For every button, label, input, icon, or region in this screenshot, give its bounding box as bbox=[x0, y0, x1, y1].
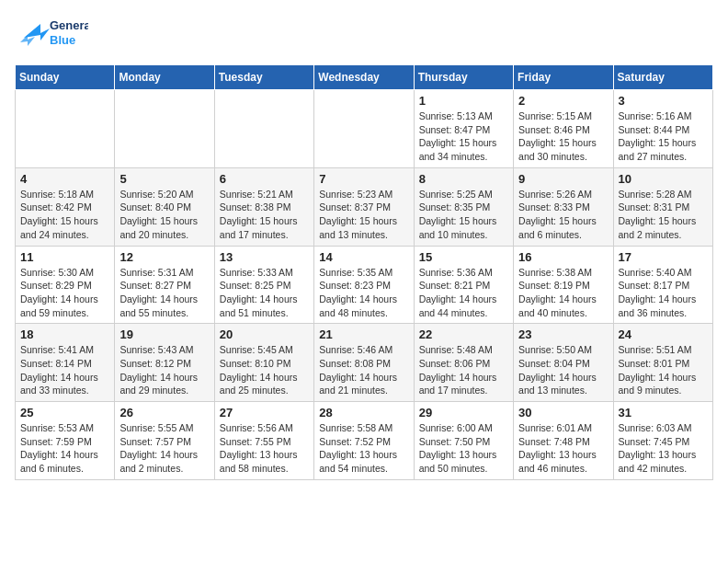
col-header-sunday: Sunday bbox=[16, 65, 115, 90]
calendar-cell: 17Sunrise: 5:40 AM Sunset: 8:17 PM Dayli… bbox=[613, 246, 712, 324]
day-info: Sunrise: 6:00 AM Sunset: 7:50 PM Dayligh… bbox=[419, 421, 508, 476]
day-info: Sunrise: 5:18 AM Sunset: 8:42 PM Dayligh… bbox=[20, 188, 109, 242]
day-info: Sunrise: 5:55 AM Sunset: 7:57 PM Dayligh… bbox=[119, 421, 209, 476]
calendar-cell: 3Sunrise: 5:16 AM Sunset: 8:44 PM Daylig… bbox=[613, 90, 712, 168]
day-info: Sunrise: 5:40 AM Sunset: 8:17 PM Dayligh… bbox=[619, 266, 708, 320]
day-info: Sunrise: 6:03 AM Sunset: 7:45 PM Dayligh… bbox=[619, 421, 708, 476]
day-number: 29 bbox=[419, 406, 508, 419]
day-number: 15 bbox=[419, 250, 508, 264]
day-number: 5 bbox=[119, 172, 209, 186]
calendar-cell bbox=[214, 90, 313, 168]
day-info: Sunrise: 5:15 AM Sunset: 8:46 PM Dayligh… bbox=[518, 109, 608, 164]
day-number: 13 bbox=[220, 250, 309, 264]
day-number: 3 bbox=[619, 94, 708, 108]
calendar-cell bbox=[314, 90, 414, 168]
day-number: 23 bbox=[518, 327, 608, 341]
calendar-cell: 15Sunrise: 5:36 AM Sunset: 8:21 PM Dayli… bbox=[414, 246, 513, 324]
day-number: 12 bbox=[119, 250, 209, 264]
day-number: 19 bbox=[119, 327, 209, 341]
day-info: Sunrise: 5:26 AM Sunset: 8:33 PM Dayligh… bbox=[518, 188, 608, 242]
day-info: Sunrise: 5:30 AM Sunset: 8:29 PM Dayligh… bbox=[20, 266, 109, 320]
day-info: Sunrise: 5:56 AM Sunset: 7:55 PM Dayligh… bbox=[220, 421, 309, 476]
svg-marker-3 bbox=[20, 35, 35, 46]
calendar-cell: 31Sunrise: 6:03 AM Sunset: 7:45 PM Dayli… bbox=[613, 402, 712, 480]
calendar-cell: 13Sunrise: 5:33 AM Sunset: 8:25 PM Dayli… bbox=[214, 246, 313, 324]
day-number: 1 bbox=[419, 94, 508, 108]
week-row-1: 1Sunrise: 5:13 AM Sunset: 8:47 PM Daylig… bbox=[16, 90, 713, 168]
col-header-tuesday: Tuesday bbox=[214, 65, 313, 90]
day-number: 4 bbox=[20, 172, 109, 186]
day-number: 17 bbox=[619, 250, 708, 264]
day-info: Sunrise: 5:28 AM Sunset: 8:31 PM Dayligh… bbox=[619, 188, 708, 242]
col-header-friday: Friday bbox=[514, 65, 613, 90]
day-number: 16 bbox=[518, 250, 608, 264]
day-info: Sunrise: 5:46 AM Sunset: 8:08 PM Dayligh… bbox=[319, 343, 408, 397]
calendar-cell: 2Sunrise: 5:15 AM Sunset: 8:46 PM Daylig… bbox=[514, 90, 613, 168]
day-info: Sunrise: 5:45 AM Sunset: 8:10 PM Dayligh… bbox=[220, 343, 309, 397]
calendar-cell: 5Sunrise: 5:20 AM Sunset: 8:40 PM Daylig… bbox=[115, 167, 214, 246]
day-number: 21 bbox=[319, 327, 408, 341]
week-row-3: 11Sunrise: 5:30 AM Sunset: 8:29 PM Dayli… bbox=[16, 246, 713, 324]
day-info: Sunrise: 5:50 AM Sunset: 8:04 PM Dayligh… bbox=[518, 343, 608, 397]
col-header-thursday: Thursday bbox=[414, 65, 513, 90]
day-info: Sunrise: 6:01 AM Sunset: 7:48 PM Dayligh… bbox=[518, 421, 608, 476]
day-info: Sunrise: 5:21 AM Sunset: 8:38 PM Dayligh… bbox=[220, 188, 309, 242]
day-info: Sunrise: 5:41 AM Sunset: 8:14 PM Dayligh… bbox=[20, 343, 109, 397]
day-number: 27 bbox=[220, 406, 309, 419]
calendar-cell: 20Sunrise: 5:45 AM Sunset: 8:10 PM Dayli… bbox=[214, 324, 313, 402]
calendar-cell: 29Sunrise: 6:00 AM Sunset: 7:50 PM Dayli… bbox=[414, 402, 513, 480]
calendar-cell: 7Sunrise: 5:23 AM Sunset: 8:37 PM Daylig… bbox=[314, 167, 414, 246]
day-number: 31 bbox=[619, 406, 708, 419]
svg-text:Blue: Blue bbox=[50, 33, 75, 47]
week-row-2: 4Sunrise: 5:18 AM Sunset: 8:42 PM Daylig… bbox=[16, 167, 713, 246]
day-number: 18 bbox=[20, 327, 109, 341]
day-info: Sunrise: 5:51 AM Sunset: 8:01 PM Dayligh… bbox=[619, 343, 708, 397]
calendar-cell: 14Sunrise: 5:35 AM Sunset: 8:23 PM Dayli… bbox=[314, 246, 414, 324]
calendar-cell: 23Sunrise: 5:50 AM Sunset: 8:04 PM Dayli… bbox=[514, 324, 613, 402]
calendar-cell: 27Sunrise: 5:56 AM Sunset: 7:55 PM Dayli… bbox=[214, 402, 313, 480]
calendar-cell: 24Sunrise: 5:51 AM Sunset: 8:01 PM Dayli… bbox=[613, 324, 712, 402]
page-header: General Blue bbox=[15, 15, 713, 53]
calendar-cell: 4Sunrise: 5:18 AM Sunset: 8:42 PM Daylig… bbox=[16, 167, 115, 246]
calendar-cell: 21Sunrise: 5:46 AM Sunset: 8:08 PM Dayli… bbox=[314, 324, 414, 402]
day-number: 22 bbox=[419, 327, 508, 341]
calendar-cell bbox=[16, 90, 115, 168]
week-row-4: 18Sunrise: 5:41 AM Sunset: 8:14 PM Dayli… bbox=[16, 324, 713, 402]
day-number: 28 bbox=[319, 406, 408, 419]
day-info: Sunrise: 5:13 AM Sunset: 8:47 PM Dayligh… bbox=[419, 109, 508, 164]
svg-text:General: General bbox=[50, 18, 88, 32]
col-header-saturday: Saturday bbox=[613, 65, 712, 90]
calendar-cell: 16Sunrise: 5:38 AM Sunset: 8:19 PM Dayli… bbox=[514, 246, 613, 324]
calendar-cell: 1Sunrise: 5:13 AM Sunset: 8:47 PM Daylig… bbox=[414, 90, 513, 168]
calendar-cell: 18Sunrise: 5:41 AM Sunset: 8:14 PM Dayli… bbox=[16, 324, 115, 402]
calendar-cell bbox=[115, 90, 214, 168]
calendar-cell: 11Sunrise: 5:30 AM Sunset: 8:29 PM Dayli… bbox=[16, 246, 115, 324]
calendar-cell: 30Sunrise: 6:01 AM Sunset: 7:48 PM Dayli… bbox=[514, 402, 613, 480]
col-header-monday: Monday bbox=[115, 65, 214, 90]
week-row-5: 25Sunrise: 5:53 AM Sunset: 7:59 PM Dayli… bbox=[16, 402, 713, 480]
day-info: Sunrise: 5:33 AM Sunset: 8:25 PM Dayligh… bbox=[220, 266, 309, 320]
day-number: 6 bbox=[220, 172, 309, 186]
calendar-cell: 10Sunrise: 5:28 AM Sunset: 8:31 PM Dayli… bbox=[613, 167, 712, 246]
calendar-cell: 8Sunrise: 5:25 AM Sunset: 8:35 PM Daylig… bbox=[414, 167, 513, 246]
day-info: Sunrise: 5:48 AM Sunset: 8:06 PM Dayligh… bbox=[419, 343, 508, 397]
logo-svg: General Blue bbox=[15, 15, 88, 53]
calendar-table: SundayMondayTuesdayWednesdayThursdayFrid… bbox=[15, 64, 713, 480]
day-number: 26 bbox=[119, 406, 209, 419]
day-info: Sunrise: 5:43 AM Sunset: 8:12 PM Dayligh… bbox=[119, 343, 209, 397]
calendar-cell: 12Sunrise: 5:31 AM Sunset: 8:27 PM Dayli… bbox=[115, 246, 214, 324]
col-header-wednesday: Wednesday bbox=[314, 65, 414, 90]
day-number: 24 bbox=[619, 327, 708, 341]
calendar-cell: 22Sunrise: 5:48 AM Sunset: 8:06 PM Dayli… bbox=[414, 324, 513, 402]
day-number: 11 bbox=[20, 250, 109, 264]
day-number: 7 bbox=[319, 172, 408, 186]
day-number: 20 bbox=[220, 327, 309, 341]
day-info: Sunrise: 5:16 AM Sunset: 8:44 PM Dayligh… bbox=[619, 109, 708, 164]
day-number: 10 bbox=[619, 172, 708, 186]
day-info: Sunrise: 5:58 AM Sunset: 7:52 PM Dayligh… bbox=[319, 421, 408, 476]
day-number: 25 bbox=[20, 406, 109, 419]
day-info: Sunrise: 5:31 AM Sunset: 8:27 PM Dayligh… bbox=[119, 266, 209, 320]
day-number: 2 bbox=[518, 94, 608, 108]
day-info: Sunrise: 5:20 AM Sunset: 8:40 PM Dayligh… bbox=[119, 188, 209, 242]
calendar-cell: 26Sunrise: 5:55 AM Sunset: 7:57 PM Dayli… bbox=[115, 402, 214, 480]
